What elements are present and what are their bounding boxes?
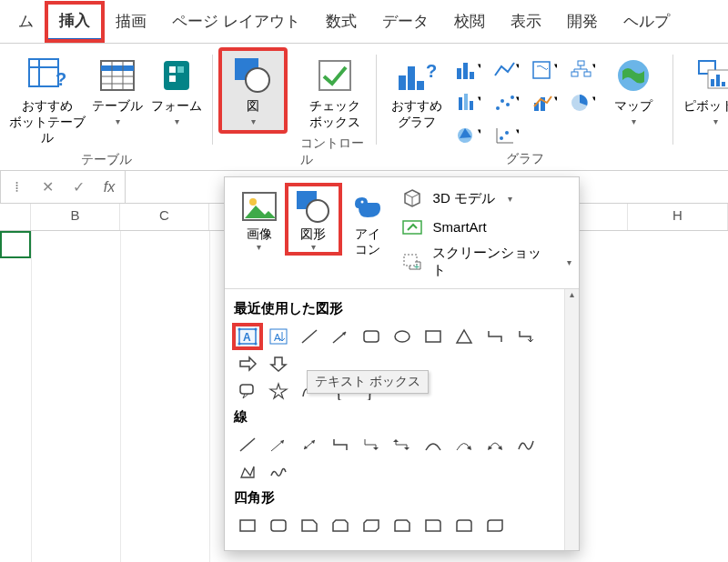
line-double-arrow[interactable] bbox=[296, 433, 323, 457]
tab-view[interactable]: 表示 bbox=[498, 4, 554, 39]
svg-rect-18 bbox=[408, 66, 415, 90]
svg-rect-17 bbox=[399, 75, 406, 90]
screenshot-button[interactable]: + スクリーンショット ▾ bbox=[402, 245, 571, 279]
shapes-button[interactable]: 図形 ▾ bbox=[287, 185, 341, 254]
boxwhisker-chart-button[interactable]: ▾ bbox=[488, 120, 524, 151]
chevron-down-icon: ▾ bbox=[567, 257, 571, 267]
rect-round-single[interactable] bbox=[420, 514, 447, 537]
tab-page-layout[interactable]: ページ レイアウト bbox=[159, 4, 313, 39]
rect-snip-single[interactable] bbox=[296, 514, 323, 537]
pie-chart-button[interactable]: ▾ bbox=[564, 87, 601, 118]
svg-rect-81 bbox=[364, 331, 379, 342]
line-elbow-double-arrow[interactable] bbox=[389, 433, 416, 457]
form-label: フォーム bbox=[151, 98, 202, 115]
fx-button[interactable]: fx bbox=[94, 179, 125, 196]
map-button[interactable]: マップ ▾ bbox=[601, 49, 666, 151]
chevron-down-icon: ▾ bbox=[175, 116, 179, 126]
active-cell[interactable] bbox=[0, 231, 31, 258]
svg-text:▾: ▾ bbox=[478, 126, 480, 135]
svg-point-66 bbox=[307, 200, 329, 222]
line-elbow-arrow[interactable] bbox=[358, 433, 385, 457]
column-chart-button[interactable]: ▾ bbox=[450, 55, 486, 85]
line-arrow[interactable] bbox=[265, 433, 292, 457]
rect-snip-same-side[interactable] bbox=[327, 514, 354, 537]
rect-round-diag[interactable] bbox=[481, 514, 509, 537]
images-button[interactable]: 画像 ▾ bbox=[232, 185, 287, 254]
rect-rounded[interactable] bbox=[265, 514, 292, 537]
cancel-icon[interactable]: ✕ bbox=[32, 178, 63, 196]
radar-chart-button[interactable]: ▾ bbox=[450, 120, 486, 151]
table-label: テーブル bbox=[92, 98, 143, 115]
rect-snip-diag[interactable] bbox=[358, 514, 385, 537]
rect-snip-round[interactable] bbox=[389, 514, 416, 537]
tab-developer[interactable]: 開発 bbox=[554, 4, 611, 39]
line-curve[interactable] bbox=[420, 433, 447, 457]
tab-draw[interactable]: 描画 bbox=[103, 4, 159, 39]
pivot-chart-icon bbox=[697, 55, 728, 96]
tab-insert[interactable]: 挿入 bbox=[46, 3, 103, 41]
tab-formulas[interactable]: 数式 bbox=[313, 4, 369, 39]
shape-line-arrow[interactable] bbox=[327, 325, 354, 348]
shape-down-arrow[interactable] bbox=[265, 352, 292, 376]
line-freeform-curve[interactable] bbox=[512, 433, 540, 457]
svg-point-54 bbox=[500, 136, 503, 140]
group-label-charts: グラフ bbox=[506, 151, 544, 171]
line-plain[interactable] bbox=[234, 433, 261, 457]
tab-review[interactable]: 校閲 bbox=[441, 4, 498, 39]
shape-rectangle-rounded[interactable] bbox=[358, 325, 385, 348]
shape-textbox[interactable]: A bbox=[234, 325, 261, 348]
line-curve-double-arrow[interactable] bbox=[481, 433, 509, 457]
illustrations-button[interactable]: 図 ▾ bbox=[220, 49, 286, 132]
chevron-down-icon: ▾ bbox=[632, 116, 636, 126]
shape-textbox-vertical[interactable]: A bbox=[265, 325, 292, 348]
column-header-c[interactable]: C bbox=[120, 204, 209, 230]
pivot-chart-button[interactable]: ピボットグ ▾ bbox=[681, 49, 728, 132]
svg-text:▾: ▾ bbox=[516, 94, 519, 103]
tab-help[interactable]: ヘルプ bbox=[611, 4, 682, 39]
shape-rectangle[interactable] bbox=[420, 325, 447, 348]
line-chart-button[interactable]: ▾ bbox=[488, 55, 524, 85]
shape-callout[interactable] bbox=[234, 379, 261, 403]
rect-round-same-side[interactable] bbox=[450, 514, 478, 537]
shape-star[interactable] bbox=[265, 379, 292, 403]
column-header-b[interactable]: B bbox=[31, 204, 120, 230]
formula-dropdown-icon[interactable]: ⁞ bbox=[1, 178, 32, 196]
line-scribble[interactable] bbox=[265, 460, 292, 484]
smartart-button[interactable]: SmartArt bbox=[402, 217, 571, 236]
shape-triangle[interactable] bbox=[450, 325, 478, 348]
select-all-corner[interactable] bbox=[0, 204, 31, 230]
svg-rect-4 bbox=[101, 61, 134, 90]
form-button[interactable]: フォーム ▾ bbox=[147, 49, 206, 152]
recommended-pivot-table-button[interactable]: ? おすすめボットテーブル bbox=[7, 49, 87, 152]
shape-oval[interactable] bbox=[389, 325, 416, 348]
tab-home-fragment[interactable]: ム bbox=[5, 4, 46, 39]
scrollbar[interactable]: ▴ bbox=[564, 289, 579, 550]
smartart-label: SmartArt bbox=[433, 219, 487, 235]
shape-connector-elbow[interactable] bbox=[481, 325, 509, 348]
recommended-chart-button[interactable]: ? おすすめグラフ bbox=[384, 49, 450, 151]
icons-button[interactable]: アイコン bbox=[340, 185, 395, 259]
3d-model-button[interactable]: 3D モデル ▾ bbox=[402, 188, 571, 208]
ribbon: ? おすすめボットテーブル テーブル ▾ フォーム ▾ テーブル bbox=[0, 44, 728, 171]
line-curve-arrow[interactable] bbox=[450, 433, 478, 457]
scroll-up-icon[interactable]: ▴ bbox=[565, 289, 579, 304]
rect-plain[interactable] bbox=[234, 514, 261, 537]
shape-line[interactable] bbox=[296, 325, 323, 348]
svg-rect-60 bbox=[711, 79, 714, 86]
shape-connector-elbow-arrow[interactable] bbox=[512, 325, 540, 348]
line-freeform-shape[interactable] bbox=[234, 460, 261, 484]
enter-icon[interactable]: ✓ bbox=[63, 178, 94, 196]
hierarchy-chart-button[interactable]: ▾ bbox=[564, 55, 601, 85]
line-elbow[interactable] bbox=[327, 433, 354, 457]
column-header-h[interactable]: H bbox=[628, 204, 728, 230]
scatter-chart-button[interactable]: ▾ bbox=[488, 87, 524, 118]
ribbon-group-controls: チェックボックス コントロール bbox=[293, 44, 377, 170]
svg-rect-21 bbox=[457, 68, 461, 79]
pie-map-chart-button[interactable]: ▾ bbox=[526, 55, 562, 85]
tab-data[interactable]: データ bbox=[369, 4, 441, 39]
checkbox-button[interactable]: チェックボックス bbox=[300, 49, 369, 135]
stat-chart-button[interactable]: ▾ bbox=[450, 87, 486, 118]
shape-right-arrow[interactable] bbox=[234, 352, 261, 376]
table-button[interactable]: テーブル ▾ bbox=[87, 49, 147, 152]
combo-chart-button[interactable]: ▾ bbox=[526, 87, 562, 118]
